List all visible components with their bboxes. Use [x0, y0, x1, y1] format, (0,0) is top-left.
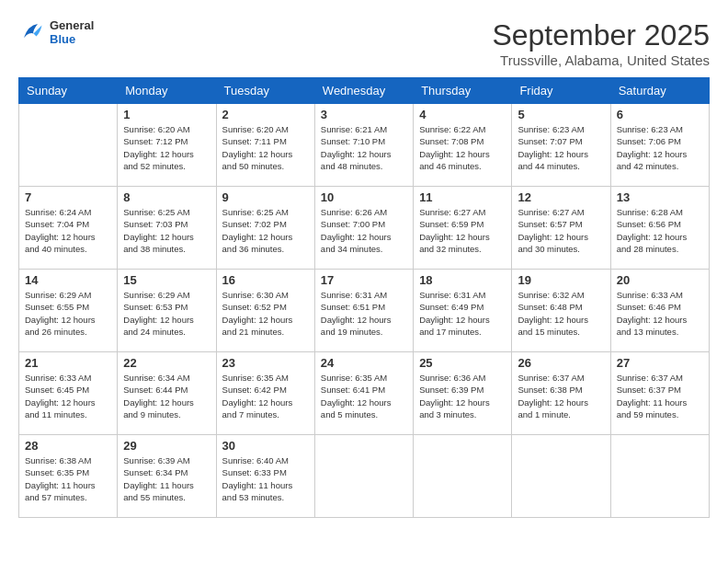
month-title: September 2025: [492, 18, 710, 52]
day-info: Sunrise: 6:29 AM Sunset: 6:53 PM Dayligh…: [123, 289, 210, 338]
day-number: 7: [25, 190, 111, 204]
calendar-cell: 6Sunrise: 6:23 AM Sunset: 7:06 PM Daylig…: [610, 104, 709, 187]
day-info: Sunrise: 6:35 AM Sunset: 6:41 PM Dayligh…: [321, 372, 407, 420]
day-number: 12: [518, 190, 604, 204]
day-number: 6: [617, 108, 703, 121]
day-info: Sunrise: 6:22 AM Sunset: 7:08 PM Dayligh…: [419, 123, 506, 172]
day-info: Sunrise: 6:37 AM Sunset: 6:37 PM Dayligh…: [617, 372, 703, 420]
calendar-cell: [19, 104, 118, 187]
day-number: 2: [222, 108, 309, 121]
weekday-header: Saturday: [610, 78, 709, 104]
calendar-cell: 7Sunrise: 6:24 AM Sunset: 7:04 PM Daylig…: [19, 187, 118, 270]
calendar-week-row: 7Sunrise: 6:24 AM Sunset: 7:04 PM Daylig…: [19, 187, 710, 270]
calendar-cell: 28Sunrise: 6:38 AM Sunset: 6:35 PM Dayli…: [19, 435, 118, 518]
day-number: 9: [222, 190, 309, 204]
day-info: Sunrise: 6:36 AM Sunset: 6:39 PM Dayligh…: [419, 372, 506, 420]
day-info: Sunrise: 6:25 AM Sunset: 7:02 PM Dayligh…: [222, 206, 309, 255]
day-number: 27: [617, 356, 703, 370]
day-number: 14: [25, 273, 111, 287]
day-info: Sunrise: 6:21 AM Sunset: 7:10 PM Dayligh…: [321, 123, 407, 172]
calendar-cell: 16Sunrise: 6:30 AM Sunset: 6:52 PM Dayli…: [216, 270, 314, 352]
day-number: 3: [321, 108, 407, 121]
calendar-cell: 12Sunrise: 6:27 AM Sunset: 6:57 PM Dayli…: [512, 187, 610, 270]
weekday-header: Sunday: [19, 78, 118, 104]
calendar-cell: 1Sunrise: 6:20 AM Sunset: 7:12 PM Daylig…: [118, 104, 216, 187]
calendar-cell: 24Sunrise: 6:35 AM Sunset: 6:41 PM Dayli…: [314, 352, 413, 435]
day-info: Sunrise: 6:35 AM Sunset: 6:42 PM Dayligh…: [222, 372, 309, 420]
calendar-cell: 30Sunrise: 6:40 AM Sunset: 6:33 PM Dayli…: [216, 435, 314, 518]
calendar-cell: 26Sunrise: 6:37 AM Sunset: 6:38 PM Dayli…: [512, 352, 610, 435]
weekday-header: Wednesday: [314, 78, 413, 104]
day-number: 23: [222, 356, 309, 370]
day-number: 21: [25, 356, 111, 370]
day-number: 13: [617, 190, 703, 204]
day-info: Sunrise: 6:26 AM Sunset: 7:00 PM Dayligh…: [321, 206, 407, 255]
day-number: 26: [518, 356, 604, 370]
day-number: 11: [419, 190, 506, 204]
day-number: 20: [617, 273, 703, 287]
day-info: Sunrise: 6:37 AM Sunset: 6:38 PM Dayligh…: [518, 372, 604, 420]
weekday-header: Tuesday: [216, 78, 314, 104]
calendar-cell: 29Sunrise: 6:39 AM Sunset: 6:34 PM Dayli…: [118, 435, 216, 518]
calendar-cell: 18Sunrise: 6:31 AM Sunset: 6:49 PM Dayli…: [414, 270, 512, 352]
calendar-cell: 15Sunrise: 6:29 AM Sunset: 6:53 PM Dayli…: [118, 270, 216, 352]
calendar-cell: 8Sunrise: 6:25 AM Sunset: 7:03 PM Daylig…: [118, 187, 216, 270]
day-number: 10: [321, 190, 407, 204]
weekday-header-row: SundayMondayTuesdayWednesdayThursdayFrid…: [19, 78, 710, 104]
day-info: Sunrise: 6:31 AM Sunset: 6:49 PM Dayligh…: [419, 289, 506, 338]
day-info: Sunrise: 6:20 AM Sunset: 7:11 PM Dayligh…: [222, 123, 309, 172]
calendar-week-row: 21Sunrise: 6:33 AM Sunset: 6:45 PM Dayli…: [19, 352, 710, 435]
logo-icon: [18, 18, 46, 46]
day-info: Sunrise: 6:33 AM Sunset: 6:46 PM Dayligh…: [617, 289, 703, 338]
calendar-cell: [414, 435, 512, 518]
calendar-cell: 19Sunrise: 6:32 AM Sunset: 6:48 PM Dayli…: [512, 270, 610, 352]
day-number: 24: [321, 356, 407, 370]
calendar-cell: 21Sunrise: 6:33 AM Sunset: 6:45 PM Dayli…: [19, 352, 118, 435]
day-number: 1: [123, 108, 210, 121]
logo-text: General Blue: [50, 18, 94, 46]
day-info: Sunrise: 6:24 AM Sunset: 7:04 PM Dayligh…: [25, 206, 111, 255]
day-info: Sunrise: 6:30 AM Sunset: 6:52 PM Dayligh…: [222, 289, 309, 338]
calendar-cell: 25Sunrise: 6:36 AM Sunset: 6:39 PM Dayli…: [414, 352, 512, 435]
day-number: 15: [123, 273, 210, 287]
calendar-cell: 17Sunrise: 6:31 AM Sunset: 6:51 PM Dayli…: [314, 270, 413, 352]
day-info: Sunrise: 6:23 AM Sunset: 7:07 PM Dayligh…: [518, 123, 604, 172]
calendar-cell: 14Sunrise: 6:29 AM Sunset: 6:55 PM Dayli…: [19, 270, 118, 352]
day-info: Sunrise: 6:32 AM Sunset: 6:48 PM Dayligh…: [518, 289, 604, 338]
calendar-week-row: 14Sunrise: 6:29 AM Sunset: 6:55 PM Dayli…: [19, 270, 710, 352]
day-info: Sunrise: 6:27 AM Sunset: 6:59 PM Dayligh…: [419, 206, 506, 255]
day-number: 19: [518, 273, 604, 287]
day-info: Sunrise: 6:27 AM Sunset: 6:57 PM Dayligh…: [518, 206, 604, 255]
calendar-table: SundayMondayTuesdayWednesdayThursdayFrid…: [18, 77, 710, 518]
day-number: 5: [518, 108, 604, 121]
day-info: Sunrise: 6:33 AM Sunset: 6:45 PM Dayligh…: [25, 372, 111, 420]
calendar-week-row: 28Sunrise: 6:38 AM Sunset: 6:35 PM Dayli…: [19, 435, 710, 518]
day-number: 18: [419, 273, 506, 287]
calendar-cell: 23Sunrise: 6:35 AM Sunset: 6:42 PM Dayli…: [216, 352, 314, 435]
calendar-cell: 5Sunrise: 6:23 AM Sunset: 7:07 PM Daylig…: [512, 104, 610, 187]
calendar-cell: 11Sunrise: 6:27 AM Sunset: 6:59 PM Dayli…: [414, 187, 512, 270]
day-info: Sunrise: 6:28 AM Sunset: 6:56 PM Dayligh…: [617, 206, 703, 255]
calendar-cell: 27Sunrise: 6:37 AM Sunset: 6:37 PM Dayli…: [610, 352, 709, 435]
day-info: Sunrise: 6:38 AM Sunset: 6:35 PM Dayligh…: [25, 454, 111, 503]
day-info: Sunrise: 6:25 AM Sunset: 7:03 PM Dayligh…: [123, 206, 210, 255]
title-section: September 2025 Trussville, Alabama, Unit…: [492, 18, 710, 68]
day-info: Sunrise: 6:23 AM Sunset: 7:06 PM Dayligh…: [617, 123, 703, 172]
calendar-cell: 10Sunrise: 6:26 AM Sunset: 7:00 PM Dayli…: [314, 187, 413, 270]
calendar-cell: [610, 435, 709, 518]
calendar-cell: 9Sunrise: 6:25 AM Sunset: 7:02 PM Daylig…: [216, 187, 314, 270]
weekday-header: Friday: [512, 78, 610, 104]
day-info: Sunrise: 6:20 AM Sunset: 7:12 PM Dayligh…: [123, 123, 210, 172]
day-number: 22: [123, 356, 210, 370]
day-info: Sunrise: 6:40 AM Sunset: 6:33 PM Dayligh…: [222, 454, 309, 503]
calendar-cell: 22Sunrise: 6:34 AM Sunset: 6:44 PM Dayli…: [118, 352, 216, 435]
calendar-cell: 2Sunrise: 6:20 AM Sunset: 7:11 PM Daylig…: [216, 104, 314, 187]
weekday-header: Thursday: [414, 78, 512, 104]
day-number: 8: [123, 190, 210, 204]
day-number: 25: [419, 356, 506, 370]
calendar-cell: 3Sunrise: 6:21 AM Sunset: 7:10 PM Daylig…: [314, 104, 413, 187]
logo: General Blue: [18, 18, 94, 46]
calendar-cell: 4Sunrise: 6:22 AM Sunset: 7:08 PM Daylig…: [414, 104, 512, 187]
day-info: Sunrise: 6:39 AM Sunset: 6:34 PM Dayligh…: [123, 454, 210, 503]
location-title: Trussville, Alabama, United States: [492, 52, 710, 68]
